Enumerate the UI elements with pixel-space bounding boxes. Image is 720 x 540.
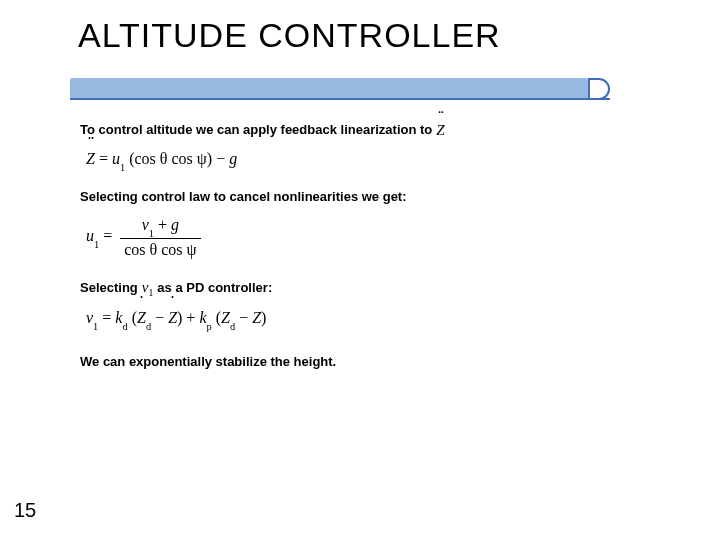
equation-3: v1 = kd (Zd − Z) + kp (Zd − Z) [86, 307, 640, 331]
equation-1: Z = u1 (cos θ cos ψ) − g [86, 148, 640, 172]
zddot-symbol: Z [432, 120, 448, 140]
intro-text: To control altitude we can apply feedbac… [80, 121, 432, 139]
selecting-line: Selecting v1 as a PD controller: [80, 277, 640, 299]
slide-title: ALTITUDE CONTROLLER [78, 16, 501, 55]
conclusion-text: We can exponentially stabilize the heigh… [80, 353, 336, 371]
page-number: 15 [14, 499, 36, 522]
intro-line: To control altitude we can apply feedbac… [80, 120, 640, 140]
slide-body: To control altitude we can apply feedbac… [80, 120, 640, 375]
select-law-text: Selecting control law to cancel nonlinea… [80, 188, 407, 206]
title-underline-cap [588, 78, 610, 100]
title-underline-bar [70, 78, 588, 100]
select-law-line: Selecting control law to cancel nonlinea… [80, 188, 640, 206]
selecting-text: Selecting [80, 279, 138, 297]
conclusion-line: We can exponentially stabilize the heigh… [80, 353, 640, 371]
slide: ALTITUDE CONTROLLER To control altitude … [0, 0, 720, 540]
title-underline-line [70, 98, 610, 100]
equation-2: u1 = v1 + g cos θ cos ψ [86, 214, 640, 261]
